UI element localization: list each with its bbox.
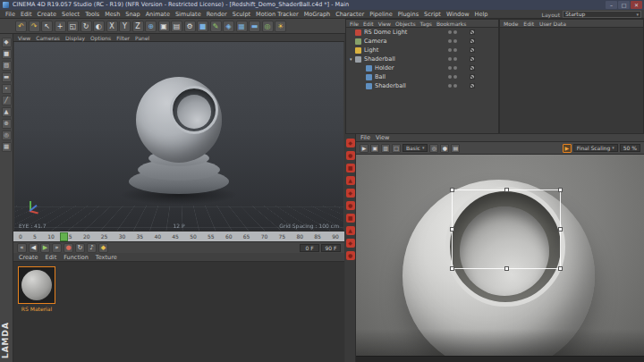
object-manager-menu-item[interactable]: Tags <box>420 21 432 27</box>
material-menu-item[interactable]: Edit <box>46 254 57 261</box>
render-picture-viewer-icon[interactable]: ▤ <box>171 21 182 32</box>
menu-item[interactable]: Sculpt <box>230 11 253 18</box>
visibility-dot-render[interactable] <box>453 30 457 34</box>
minimize-button[interactable]: – <box>606 1 617 9</box>
object-manager-menu-item[interactable]: Bookmarks <box>436 21 467 27</box>
viewport-menu-item[interactable]: Filter <box>116 35 130 41</box>
coordinate-system-icon[interactable]: ⊕ <box>145 21 157 32</box>
material-tag-icon[interactable] <box>470 56 475 62</box>
polygons-mode-icon[interactable]: ▲ <box>2 107 12 117</box>
scaling-select[interactable]: Final Scaling ▾ <box>573 144 618 152</box>
material-tag-icon[interactable] <box>470 47 475 53</box>
enable-axis-icon[interactable]: ⊕ <box>2 119 12 129</box>
menu-item[interactable]: Mesh <box>102 11 123 18</box>
object-manager-menu-item[interactable]: File <box>350 21 359 27</box>
redshift-shelf-icon-7[interactable]: ■ <box>346 214 355 223</box>
menu-item[interactable]: Select <box>59 11 82 18</box>
layout-select[interactable]: Startup ▾ <box>563 11 641 18</box>
lock-y-icon[interactable]: Y <box>119 21 131 32</box>
viewport-menu-item[interactable]: Panel <box>135 35 149 41</box>
live-selection-icon[interactable]: ↖ <box>41 21 53 32</box>
record-button[interactable]: ● <box>64 243 73 253</box>
lock-workplane-icon[interactable]: ▦ <box>2 142 12 152</box>
spline-pen-icon[interactable]: ✎ <box>210 21 222 32</box>
menu-item[interactable]: Edit <box>18 11 35 18</box>
array-icon[interactable]: ▦ <box>236 21 248 32</box>
visibility-dot-render[interactable] <box>453 57 457 61</box>
material-menu-item[interactable]: Texture <box>96 254 117 261</box>
object-row-light[interactable]: Light <box>346 46 498 55</box>
redshift-shelf-icon-2[interactable]: ● <box>346 151 355 160</box>
viewport-menu-item[interactable]: Display <box>65 35 85 41</box>
render-settings-icon[interactable]: ⚙ <box>184 21 196 32</box>
selection-handle-ne[interactable] <box>558 188 563 192</box>
texture-mode-icon[interactable]: ▨ <box>2 61 12 71</box>
render-view-icon[interactable]: ▣ <box>158 21 170 32</box>
object-manager-menu-item[interactable]: View <box>378 21 391 27</box>
object-row-rs-dome-light[interactable]: RS Dome Light <box>346 28 498 37</box>
lock-z-icon[interactable]: Z <box>132 21 144 32</box>
make-editable-icon[interactable]: ◆ <box>2 38 12 47</box>
menu-item[interactable]: File <box>3 11 18 18</box>
material-menu-item[interactable]: Create <box>19 254 38 261</box>
lock-x-icon[interactable]: X <box>106 21 118 32</box>
redshift-shelf-icon-5[interactable]: ◆ <box>346 189 355 198</box>
visibility-dot-editor[interactable] <box>448 48 452 52</box>
attribute-menu-item[interactable]: Edit <box>523 21 534 27</box>
viewport-canvas[interactable]: EYE : 41.7 12 P Grid Spacing : 100 cm <box>14 42 343 231</box>
model-mode-icon[interactable]: ■ <box>2 49 12 59</box>
menu-item[interactable]: MoGraph <box>301 11 334 18</box>
rs-pick-icon[interactable]: ◎ <box>429 144 438 153</box>
scale-icon[interactable]: ◱ <box>67 21 79 32</box>
next-frame-icon[interactable]: » <box>52 243 62 253</box>
viewport-menu-item[interactable]: View <box>18 35 30 41</box>
snap-icon[interactable]: ◎ <box>2 130 12 140</box>
redshift-shelf-icon-6[interactable]: ● <box>346 201 355 210</box>
previous-frame-icon[interactable]: ◀ <box>29 243 38 253</box>
undo-icon[interactable]: ↶ <box>15 21 27 32</box>
render-canvas[interactable] <box>356 155 644 356</box>
play-button[interactable]: ▶ <box>40 243 50 253</box>
redshift-shelf-icon-9[interactable]: ◆ <box>346 239 355 248</box>
start-frame-field[interactable]: 0 F <box>300 244 319 252</box>
rs-snapshot-icon[interactable]: ▣ <box>370 144 379 153</box>
points-mode-icon[interactable]: • <box>2 84 12 94</box>
menu-item[interactable]: Plugins <box>395 11 421 18</box>
menu-item[interactable]: Render <box>204 11 230 18</box>
rs-region-icon[interactable]: □ <box>392 144 401 153</box>
visibility-dot-editor[interactable] <box>448 30 452 34</box>
workplane-mode-icon[interactable]: ▬ <box>2 72 12 82</box>
rs-clay-icon[interactable]: ● <box>440 144 449 153</box>
redo-icon[interactable]: ↷ <box>29 21 40 32</box>
selection-handle-n[interactable] <box>504 188 509 192</box>
attribute-menu-item[interactable]: User Data <box>539 21 566 27</box>
viewport-menu-item[interactable]: Cameras <box>36 35 60 41</box>
object-manager-menu-item[interactable]: Edit <box>363 21 374 27</box>
menu-item[interactable]: Character <box>333 11 367 18</box>
menu-item[interactable]: Tools <box>82 11 102 18</box>
visibility-dot-editor[interactable] <box>448 75 452 79</box>
goto-start-icon[interactable]: « <box>17 243 27 253</box>
material-tag-icon[interactable] <box>470 74 475 80</box>
maximize-button[interactable]: □ <box>618 1 630 9</box>
edges-mode-icon[interactable]: ╱ <box>2 96 12 105</box>
menu-item[interactable]: Snap <box>123 11 142 18</box>
material-tag-icon[interactable] <box>470 83 475 88</box>
object-row-holder[interactable]: Holder <box>346 63 498 72</box>
selection-marquee[interactable] <box>452 189 561 269</box>
object-row-shaderball-group[interactable]: ▾ Shaderball <box>346 55 498 63</box>
visibility-dot-render[interactable] <box>453 39 457 43</box>
selection-handle-se[interactable] <box>558 266 563 271</box>
visibility-dot-render[interactable] <box>453 84 457 88</box>
menu-item[interactable]: Pipeline <box>367 11 394 18</box>
visibility-dot-editor[interactable] <box>448 57 452 61</box>
rotate-icon[interactable]: ↻ <box>80 21 92 32</box>
viewport-menu-item[interactable]: Options <box>90 35 111 41</box>
material-tag-icon[interactable] <box>470 38 475 44</box>
object-row-camera[interactable]: Camera <box>346 37 498 46</box>
menu-item[interactable]: Motion Tracker <box>253 11 301 18</box>
material-menu-item[interactable]: Function <box>64 254 89 261</box>
loop-mode-icon[interactable]: ↻ <box>75 243 85 253</box>
render-mode-select[interactable]: Basic ▾ <box>402 144 428 152</box>
menu-item[interactable]: Help <box>472 11 491 18</box>
